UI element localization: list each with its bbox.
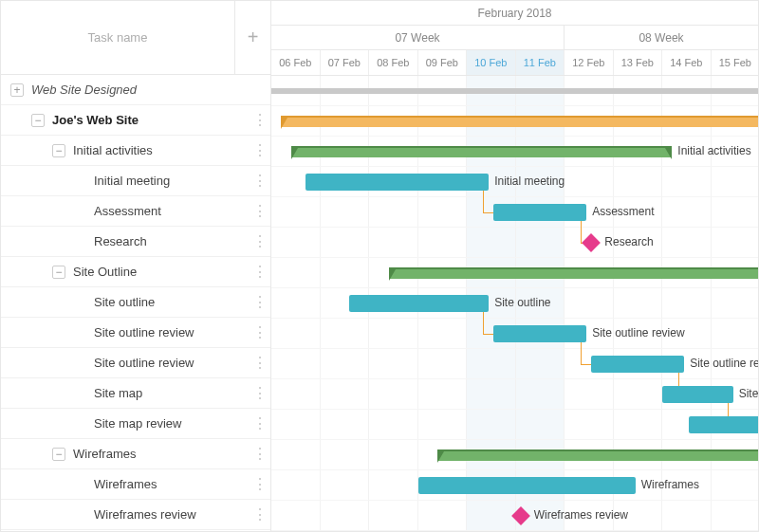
milestone[interactable] — [511, 506, 530, 525]
task-list-header: Task name + — [1, 1, 270, 75]
group-bar[interactable] — [291, 146, 673, 157]
gantt-row: Wireframes review — [271, 501, 758, 531]
row-menu-icon[interactable]: ⋮ — [248, 445, 270, 463]
row-menu-icon[interactable]: ⋮ — [248, 323, 270, 341]
dependency-link — [483, 334, 493, 335]
gantt-row: Site outline review — [271, 319, 758, 349]
dependency-link — [581, 221, 582, 243]
expand-icon[interactable]: + — [10, 83, 24, 97]
task-row[interactable]: +Web Site Designed — [1, 75, 270, 105]
gantt-row: Initial meeting — [271, 167, 758, 197]
task-bar[interactable] — [689, 416, 758, 433]
group-bar[interactable] — [281, 116, 758, 127]
task-bar[interactable] — [305, 174, 489, 191]
row-menu-icon[interactable]: ⋮ — [248, 384, 270, 402]
row-menu-icon[interactable]: ⋮ — [248, 111, 270, 129]
day-row: 06 Feb07 Feb08 Feb09 Feb10 Feb11 Feb12 F… — [271, 50, 758, 75]
week-cell: 08 Week — [565, 26, 758, 49]
task-bar[interactable] — [418, 477, 636, 494]
collapse-icon[interactable]: − — [52, 144, 65, 157]
collapse-icon[interactable]: − — [52, 266, 65, 279]
row-menu-icon[interactable]: ⋮ — [248, 505, 270, 523]
task-name: Web Site Designed — [31, 83, 270, 97]
task-row[interactable]: −Joe's Web Site⋮ — [1, 105, 270, 136]
day-cell: 10 Feb — [467, 50, 516, 75]
bar-label: Site outline review — [690, 357, 758, 370]
row-menu-icon[interactable]: ⋮ — [248, 354, 270, 372]
day-cell: 11 Feb — [516, 50, 565, 75]
gantt-row — [271, 258, 758, 288]
bar-label: Wireframes — [641, 478, 699, 491]
task-name: Site map — [94, 386, 248, 400]
task-row[interactable]: Wireframes review⋮ — [1, 500, 270, 530]
day-cell: 15 Feb — [712, 50, 759, 75]
task-row[interactable]: −Site Outline⋮ — [1, 257, 270, 287]
bar-label: Site outline — [494, 296, 550, 309]
task-bar[interactable] — [662, 386, 733, 403]
month-row: February 2018 — [271, 1, 758, 26]
task-name-column-header: Task name — [1, 30, 234, 45]
add-task-button[interactable]: + — [234, 1, 270, 75]
task-row[interactable]: Site map⋮ — [1, 378, 270, 409]
gantt-row — [271, 410, 758, 440]
gantt-row: Research — [271, 228, 758, 258]
gantt-row: Site map — [271, 379, 758, 410]
task-name: Site outline review — [94, 325, 248, 339]
dependency-link — [581, 364, 591, 365]
task-name: Site outline review — [94, 356, 248, 370]
gantt-row — [271, 106, 758, 137]
task-bar[interactable] — [349, 295, 489, 312]
row-menu-icon[interactable]: ⋮ — [248, 293, 270, 311]
bar-label: Site outline review — [592, 326, 684, 339]
task-name: Site Outline — [73, 265, 248, 279]
task-bar[interactable] — [591, 356, 684, 373]
milestone[interactable] — [582, 233, 601, 252]
row-menu-icon[interactable]: ⋮ — [248, 141, 270, 159]
task-row[interactable]: Site outline review⋮ — [1, 348, 270, 378]
row-menu-icon[interactable]: ⋮ — [248, 172, 270, 190]
task-row[interactable]: Assessment⋮ — [1, 196, 270, 227]
task-row[interactable]: Initial meeting⋮ — [1, 166, 270, 196]
task-name: Initial activities — [73, 143, 248, 157]
gantt-rows[interactable]: Initial activitiesInitial meetingAssessm… — [271, 76, 758, 531]
group-bar[interactable] — [389, 267, 758, 279]
task-row[interactable]: Site outline⋮ — [1, 287, 270, 318]
gantt-row: Site outline review — [271, 349, 758, 379]
task-row[interactable]: Site outline review⋮ — [1, 318, 270, 348]
row-menu-icon[interactable]: ⋮ — [248, 202, 270, 220]
task-name: Joe's Web Site — [52, 113, 248, 127]
task-name: Wireframes — [94, 477, 248, 491]
gantt-app: Task name + +Web Site Designed−Joe's Web… — [1, 1, 758, 531]
task-name: Site map review — [94, 416, 248, 431]
gantt-row: Wireframes — [271, 470, 758, 501]
task-bar[interactable] — [493, 204, 586, 221]
collapse-icon[interactable]: − — [52, 448, 65, 461]
day-cell: 07 Feb — [321, 50, 370, 75]
dependency-link — [483, 312, 484, 334]
day-cell: 13 Feb — [614, 50, 663, 75]
dependency-link — [581, 342, 582, 364]
week-cell: 07 Week — [271, 26, 565, 49]
task-row[interactable]: Site map review⋮ — [1, 409, 270, 439]
task-bar[interactable] — [493, 325, 586, 342]
row-menu-icon[interactable]: ⋮ — [248, 475, 270, 493]
task-name: Site outline — [94, 295, 248, 309]
task-row[interactable]: Wireframes⋮ — [1, 469, 270, 500]
row-menu-icon[interactable]: ⋮ — [248, 263, 270, 281]
bar-label: Initial meeting — [494, 174, 565, 188]
day-cell: 08 Feb — [369, 50, 418, 75]
group-bar[interactable] — [437, 449, 758, 461]
task-list-panel: Task name + +Web Site Designed−Joe's Web… — [1, 1, 271, 531]
task-row[interactable]: −Wireframes⋮ — [1, 439, 270, 469]
bar-label: Assessment — [592, 205, 654, 218]
row-menu-icon[interactable]: ⋮ — [248, 232, 270, 250]
task-name: Wireframes review — [94, 507, 248, 522]
dependency-link — [483, 191, 484, 212]
day-cell: 14 Feb — [662, 50, 712, 75]
task-row[interactable]: Research⋮ — [1, 227, 270, 257]
collapse-icon[interactable]: − — [31, 114, 45, 127]
gantt-row: Assessment — [271, 197, 758, 228]
task-row[interactable]: −Initial activities⋮ — [1, 136, 270, 166]
summary-bar[interactable] — [271, 88, 758, 94]
row-menu-icon[interactable]: ⋮ — [248, 414, 270, 432]
